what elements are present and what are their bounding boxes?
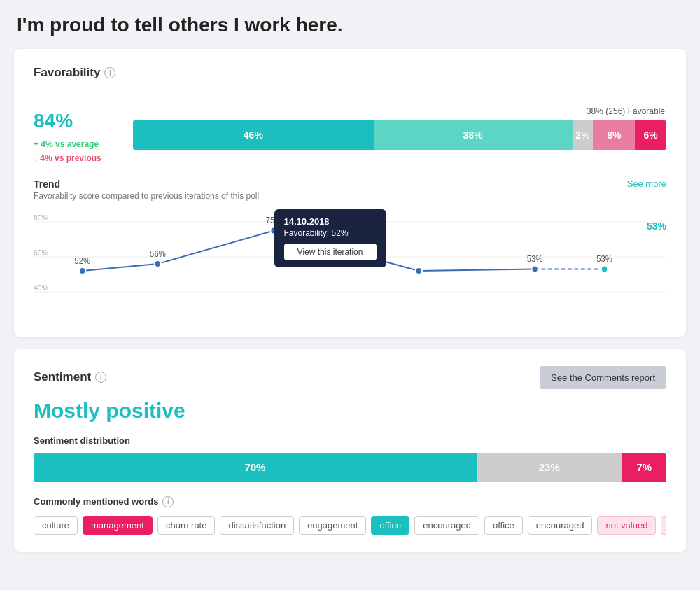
- tooltip-fav: Favorability: 52%: [284, 228, 377, 238]
- word-tag[interactable]: office: [484, 516, 523, 535]
- word-tag[interactable]: office: [371, 516, 410, 535]
- word-tag[interactable]: dissatisfaction: [220, 516, 294, 535]
- svg-text:52%: 52%: [74, 255, 90, 265]
- see-comments-button[interactable]: See the Comments report: [540, 366, 666, 389]
- favorability-card: Favorability i 84% + 4% vs average ↓ 4% …: [14, 49, 686, 337]
- svg-text:56%: 56%: [150, 248, 166, 258]
- trend-chart: 14.10.2018 Favorability: 52% View this i…: [34, 208, 666, 320]
- favorability-info-icon[interactable]: i: [104, 67, 115, 78]
- sentiment-value: Mostly positive: [34, 399, 666, 423]
- svg-text:60%: 60%: [34, 248, 48, 256]
- sentiment-bar: 70%23%7%: [34, 453, 666, 482]
- trend-title: Trend: [34, 178, 259, 190]
- word-tag[interactable]: management: [83, 516, 153, 535]
- fav-bar-segment: 2%: [573, 120, 594, 150]
- fav-bar-segment: 6%: [635, 120, 666, 150]
- favorability-deltas: + 4% vs average ↓ 4% vs previous: [34, 137, 111, 166]
- tooltip-date: 14.10.2018: [284, 216, 377, 227]
- sentiment-title: Sentiment: [34, 370, 91, 384]
- fav-bar-segment: 46%: [133, 120, 374, 150]
- trend-subtitle: Favorability score compared to previous …: [34, 191, 259, 201]
- word-tag[interactable]: encouraged: [528, 516, 593, 535]
- see-more-link[interactable]: See more: [627, 178, 666, 189]
- trend-tooltip: 14.10.2018 Favorability: 52% View this i…: [274, 209, 386, 267]
- sentiment-dist-title: Sentiment distribution: [34, 435, 666, 446]
- word-tags-container: culturemanagementchurn ratedissatisfacti…: [34, 516, 666, 535]
- delta-avg: + 4% vs average: [34, 139, 99, 149]
- svg-text:80%: 80%: [34, 213, 48, 221]
- svg-text:53%: 53%: [527, 254, 543, 263]
- words-title: Commonly mentioned words i: [34, 496, 666, 507]
- page-title: I'm proud to tell others I work here.: [14, 14, 686, 36]
- svg-point-18: [601, 265, 608, 272]
- favorability-bar: 46%38%2%8%6%: [133, 120, 666, 150]
- favorability-score-block: 84% + 4% vs average ↓ 4% vs previous: [34, 91, 111, 166]
- fav-bar-segment: 38%: [374, 120, 573, 150]
- fav-bar-segment: 8%: [593, 120, 635, 150]
- favorability-number: 84%: [34, 91, 111, 134]
- svg-text:40%: 40%: [34, 283, 48, 291]
- word-tag[interactable]: not val…: [661, 516, 666, 535]
- word-tag[interactable]: culture: [34, 516, 78, 535]
- svg-point-7: [79, 267, 85, 274]
- sentiment-bar-segment: 70%: [34, 453, 477, 482]
- sentiment-card: Sentiment i See the Comments report Most…: [14, 349, 686, 552]
- sentiment-header: Sentiment i See the Comments report: [34, 366, 666, 389]
- fav-bar-label: 38% (256) Favorable: [133, 106, 666, 116]
- sentiment-bar-segment: 23%: [477, 453, 622, 482]
- words-info-icon[interactable]: i: [162, 496, 174, 507]
- current-value-label: 53%: [647, 220, 666, 232]
- favorability-title: Favorability: [34, 66, 100, 80]
- word-tag[interactable]: engagement: [299, 516, 366, 535]
- favorability-top: 84% + 4% vs average ↓ 4% vs previous 38%…: [34, 91, 666, 166]
- svg-point-9: [155, 260, 161, 267]
- svg-point-16: [531, 265, 538, 272]
- sentiment-info-icon[interactable]: i: [95, 372, 106, 383]
- trend-header: Trend Favorability score compared to pre…: [34, 178, 666, 201]
- view-iteration-button[interactable]: View this iteration: [284, 244, 377, 260]
- svg-text:53%: 53%: [596, 254, 612, 263]
- trend-section: Trend Favorability score compared to pre…: [34, 178, 666, 320]
- sentiment-bar-segment: 7%: [622, 453, 666, 482]
- word-tag[interactable]: encouraged: [414, 516, 479, 535]
- word-tag[interactable]: churn rate: [158, 516, 216, 535]
- svg-point-15: [416, 267, 422, 274]
- delta-prev: ↓ 4% vs previous: [34, 153, 102, 163]
- favorability-bar-section: 38% (256) Favorable 46%38%2%8%6%: [133, 106, 666, 150]
- word-tag[interactable]: not valued: [597, 516, 656, 535]
